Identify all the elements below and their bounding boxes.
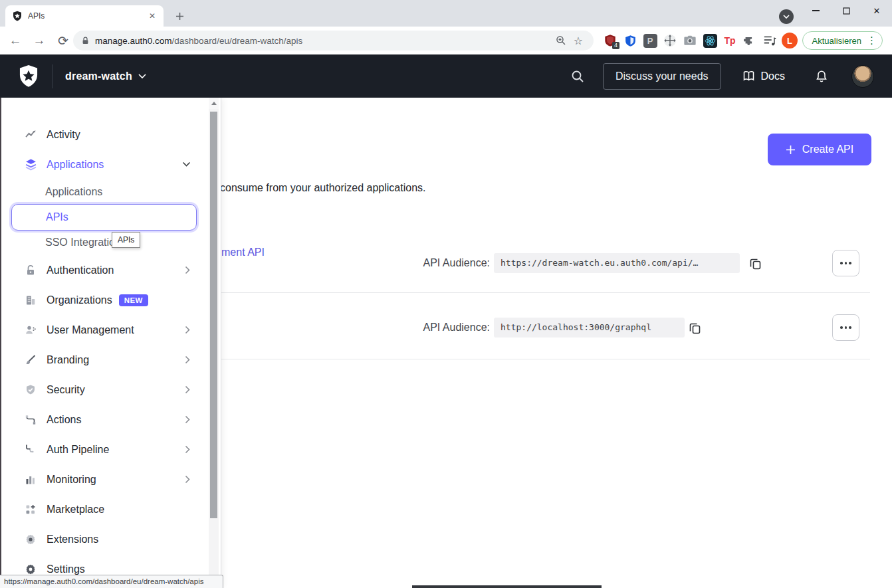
sidebar-item-label: Actions: [47, 414, 81, 426]
address-bar[interactable]: manage.auth0.com/dashboard/eu/dream-watc…: [73, 31, 594, 50]
create-api-button[interactable]: Create API: [768, 134, 871, 165]
sidebar-item-actions[interactable]: Actions: [1, 405, 221, 435]
activity-icon: [24, 128, 37, 142]
minimize-button[interactable]: [800, 0, 831, 21]
reload-button[interactable]: ⟳: [53, 31, 73, 50]
sidebar-item-label: Applications: [45, 186, 102, 198]
maximize-button[interactable]: [831, 0, 861, 21]
chevron-down-icon: [182, 161, 191, 167]
sidebar-item-user-management[interactable]: User Management: [1, 315, 221, 345]
browser-titlebar: APIs ✕ ✕: [0, 0, 892, 27]
tenant-name[interactable]: dream-watch: [65, 70, 132, 82]
forward-icon: →: [33, 33, 46, 48]
bitwarden-extension-icon[interactable]: [620, 31, 640, 50]
extensions-puzzle-icon[interactable]: [740, 31, 760, 50]
brush-icon: [24, 353, 37, 367]
sidebar-item-extensions[interactable]: Extensions: [1, 524, 221, 554]
zoom-page-icon[interactable]: [552, 32, 570, 49]
chevron-right-icon: [185, 266, 191, 274]
sidebar-item-authentication[interactable]: Authentication: [1, 255, 221, 285]
sidebar-item-branding[interactable]: Branding: [1, 345, 221, 375]
sidebar-item-organizations[interactable]: Organizations NEW: [1, 285, 221, 315]
docs-label: Docs: [761, 70, 785, 82]
copy-icon: [748, 256, 762, 270]
browser-toolbar: ← → ⟳ manage.auth0.com/dashboard/eu/drea…: [0, 27, 892, 54]
music-list-extension-icon[interactable]: [760, 31, 780, 50]
browser-update-button[interactable]: Aktualisieren ⋮: [802, 31, 883, 50]
tab-search-button[interactable]: [779, 9, 794, 24]
camera-extension-icon[interactable]: [680, 31, 700, 50]
move-crosshair-extension-icon[interactable]: [660, 31, 680, 50]
page-description: consume from your authorized application…: [220, 182, 426, 194]
chevron-right-icon: [185, 445, 191, 454]
sidebar-item-activity[interactable]: Activity: [1, 120, 221, 149]
profile-initial: L: [787, 36, 792, 46]
api-audience-label: API Audience:: [399, 318, 490, 338]
sidebar-item-apis[interactable]: APIs: [11, 204, 197, 231]
bookmark-star-icon[interactable]: ☆: [570, 32, 587, 49]
browser-tab[interactable]: APIs ✕: [5, 5, 164, 27]
browser-window: APIs ✕ ✕ ← → ⟳ manage.auth0.com/dashboar…: [0, 0, 892, 588]
sidebar-item-applications[interactable]: Applications: [1, 149, 221, 179]
extensions-icon: [24, 533, 37, 546]
close-icon: ✕: [873, 6, 881, 16]
row-divider: [221, 292, 870, 293]
plus-icon: [786, 145, 796, 155]
close-button[interactable]: ✕: [861, 0, 892, 21]
header-divider: [53, 64, 53, 88]
search-icon[interactable]: [571, 70, 584, 83]
react-devtools-extension-icon[interactable]: [700, 31, 720, 50]
tampermonkey-extension-icon[interactable]: Tp: [720, 31, 740, 50]
user-avatar[interactable]: [851, 65, 874, 88]
sidebar-item-label: Security: [47, 384, 85, 396]
forward-button[interactable]: →: [29, 31, 49, 50]
copy-button[interactable]: [687, 320, 703, 336]
row-menu-button[interactable]: [832, 250, 859, 276]
chevron-right-icon: [185, 475, 191, 484]
scrollbar-up-arrow[interactable]: [209, 98, 219, 109]
row-menu-button[interactable]: [832, 314, 859, 341]
chevron-right-icon: [185, 385, 191, 394]
sidebar-item-label: Authentication: [47, 264, 114, 276]
new-tab-button[interactable]: [171, 8, 187, 24]
sidebar-item-label: Activity: [47, 129, 80, 141]
url-path: /dashboard/eu/dream-watch/apis: [172, 36, 303, 46]
sidebar-item-marketplace[interactable]: Marketplace: [1, 494, 221, 524]
window-controls: ✕: [800, 0, 892, 21]
api-name-link[interactable]: ment API: [221, 246, 265, 258]
reload-icon: ⟳: [58, 33, 68, 49]
copy-button[interactable]: [747, 255, 763, 271]
discuss-needs-button[interactable]: Discuss your needs: [603, 63, 721, 90]
sidebar-scrollbar[interactable]: [209, 98, 219, 575]
api-audience-value: https://dream-watch.eu.auth0.com/api/…: [494, 253, 740, 273]
tab-close-icon[interactable]: ✕: [146, 10, 158, 22]
sidebar-item-auth-pipeline[interactable]: Auth Pipeline: [1, 435, 221, 464]
chevron-right-icon: [185, 326, 191, 334]
shield-check-icon: [24, 383, 37, 397]
scrollbar-thumb[interactable]: [210, 112, 217, 518]
sidebar-item-sso-integrations[interactable]: SSO Integrations: [1, 230, 221, 255]
sidebar-item-security[interactable]: Security: [1, 375, 221, 405]
sidebar-item-label: Organizations: [47, 294, 112, 306]
organizations-icon: [24, 294, 37, 307]
browser-profile-avatar[interactable]: L: [780, 31, 800, 50]
sidebar-item-label: Settings: [47, 563, 85, 575]
maximize-icon: [843, 7, 850, 15]
user-management-icon: [24, 324, 37, 337]
marketplace-icon: [24, 503, 37, 516]
tab-title: APIs: [28, 11, 146, 21]
bell-icon[interactable]: [816, 70, 828, 83]
bottom-banner-edge: [412, 585, 602, 588]
sidebar-item-applications-sub[interactable]: Applications: [1, 179, 221, 205]
postman-extension-icon[interactable]: P: [640, 31, 660, 50]
lock-icon: [24, 264, 37, 277]
postman-letter: P: [647, 36, 653, 46]
ublock-extension-icon[interactable]: 4: [600, 31, 620, 50]
tenant-chevron-down-icon[interactable]: [138, 74, 146, 79]
sidebar-item-monitoring[interactable]: Monitoring: [1, 464, 221, 494]
auth0-logo-icon: [18, 65, 39, 88]
extensions-row: 4 P Tp: [600, 30, 800, 51]
browser-menu-icon[interactable]: ⋮: [867, 35, 877, 47]
docs-link[interactable]: Docs: [742, 70, 785, 82]
back-button[interactable]: ←: [5, 31, 25, 50]
